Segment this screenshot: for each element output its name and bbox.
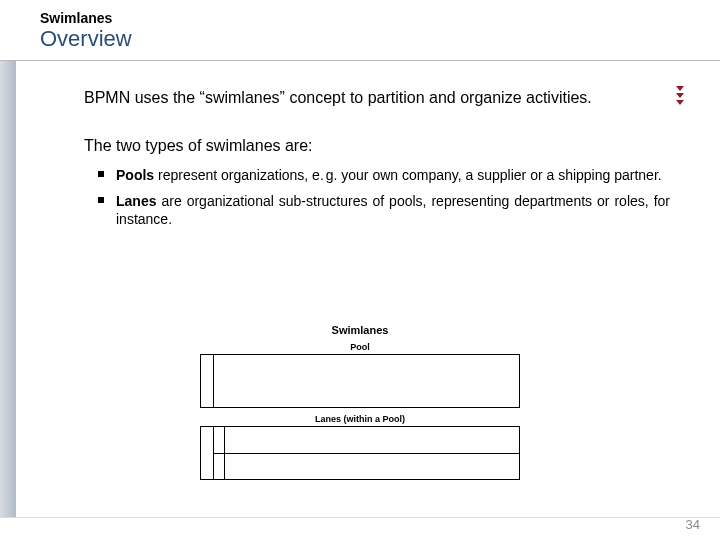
bullet-square-icon: [98, 171, 104, 177]
lane-row: [214, 427, 519, 453]
bullet-level1: The two types of swimlanes are: Pools re…: [84, 136, 670, 229]
bullet2-rest: represent organizations, e. g. your own …: [154, 167, 662, 183]
header-rule: [0, 60, 720, 61]
footer-rule: [0, 517, 720, 518]
diagram-pool-label: Pool: [200, 342, 520, 352]
lanes-header-strip: [201, 427, 214, 479]
bullet2-rest: are organizational sub-structures of poo…: [116, 193, 670, 227]
slide: Swimlanes Overview BPMN uses the “swimla…: [0, 0, 720, 540]
bullet-level2: Lanes are organizational sub-structures …: [84, 192, 670, 228]
left-sidebar-decor: [0, 61, 16, 518]
bullet-text: The two types of swimlanes are:: [84, 136, 670, 156]
content-area: BPMN uses the “swimlanes” concept to par…: [84, 88, 670, 237]
page-number: 34: [686, 517, 700, 532]
triangle-icon: [676, 93, 684, 98]
pool-header-strip: [201, 355, 214, 407]
lane-body: [225, 454, 519, 480]
slide-title: Overview: [40, 26, 720, 52]
bullet-text: BPMN uses the “swimlanes” concept to par…: [84, 88, 670, 108]
lanes-body: [214, 427, 519, 479]
bullet-square-icon: [98, 197, 104, 203]
lane-body: [225, 427, 519, 453]
pool-body: [214, 355, 519, 407]
lane-row: [214, 453, 519, 480]
swimlanes-diagram: Swimlanes Pool Lanes (within a Pool): [200, 324, 520, 480]
decor-triangles: [676, 86, 684, 105]
triangle-icon: [676, 86, 684, 91]
lane-name-strip: [214, 427, 225, 453]
lanes-box: [200, 426, 520, 480]
bullet-level1: BPMN uses the “swimlanes” concept to par…: [84, 88, 670, 108]
header: Swimlanes Overview: [0, 0, 720, 52]
bullet2-bold: Lanes: [116, 193, 156, 209]
diagram-title: Swimlanes: [200, 324, 520, 336]
kicker-text: Swimlanes: [40, 10, 720, 26]
pool-box: [200, 354, 520, 408]
bullet-level2-list: Pools represent organizations, e. g. you…: [84, 166, 670, 229]
bullet2-bold: Pools: [116, 167, 154, 183]
bullet-level2: Pools represent organizations, e. g. you…: [84, 166, 670, 184]
diagram-lanes-label: Lanes (within a Pool): [200, 414, 520, 424]
lane-name-strip: [214, 454, 225, 480]
triangle-icon: [676, 100, 684, 105]
